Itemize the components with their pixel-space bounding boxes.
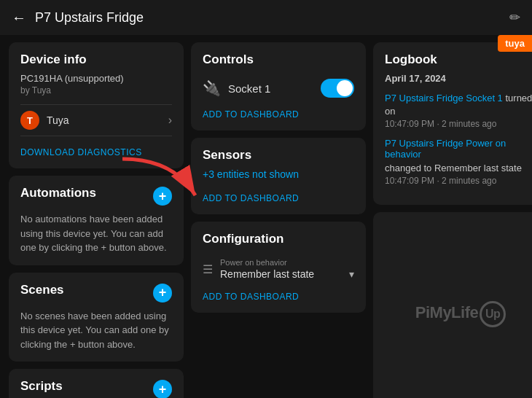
- main-content: Device info PC191HA (unsupported) by Tuy…: [0, 35, 532, 398]
- log-entry-1: P7 Upstairs Fridge Socket 1 turned on 10…: [385, 91, 532, 129]
- pimylife-up-badge: Up: [480, 301, 506, 327]
- plug-icon: 🔌: [203, 79, 221, 97]
- add-script-button[interactable]: +: [153, 380, 172, 398]
- configuration-title: Configuration: [203, 232, 354, 246]
- tuya-row-left: T Tuya: [20, 111, 69, 130]
- controls-title: Controls: [203, 52, 354, 67]
- logbook-card: Logbook April 17, 2024 P7 Upstairs Fridg…: [373, 42, 532, 205]
- scripts-header: Scripts +: [20, 379, 172, 398]
- log-time-1: 10:47:09 PM · 2 minutes ago: [385, 119, 532, 129]
- header-left: ← P7 Upstairs Fridge: [12, 9, 144, 26]
- socket-row: 🔌 Socket 1: [203, 73, 354, 104]
- sensors-title: Sensors: [203, 148, 354, 163]
- log-action-2: changed to Remember last state: [385, 163, 522, 173]
- config-select-wrap: Power on behavior Remember last state ▾: [220, 258, 354, 280]
- configuration-card: Configuration ☰ Power on behavior Rememb…: [191, 222, 366, 313]
- scenes-title: Scenes: [20, 283, 64, 297]
- scenes-header: Scenes +: [20, 283, 172, 303]
- config-power-row: ☰ Power on behavior Remember last state …: [203, 252, 354, 286]
- pimylifeup-text: PiMyLifeUp: [415, 301, 506, 327]
- tuya-integration-label: Tuya: [47, 114, 69, 126]
- page-title: P7 Upstairs Fridge: [35, 10, 144, 26]
- scenes-text: No scenes have been added using this dev…: [20, 309, 172, 352]
- tuya-integration-row[interactable]: T Tuya ›: [20, 104, 172, 136]
- controls-card: Controls 🔌 Socket 1 ADD TO DASHBOARD: [191, 42, 366, 130]
- column-2: Controls 🔌 Socket 1 ADD TO DASHBOARD Sen…: [191, 42, 366, 398]
- logbook-date: April 17, 2024: [385, 73, 532, 84]
- tuya-icon: T: [20, 111, 39, 130]
- pimylifeup-logo-card: PiMyLifeUp: [373, 212, 532, 398]
- scripts-card: Scripts +: [9, 369, 184, 398]
- log-entity-1[interactable]: P7 Upstairs Fridge Socket 1: [385, 93, 503, 104]
- tuya-badge: tuya: [498, 35, 532, 52]
- log-entity-2[interactable]: P7 Upstairs Fridge Power on behavior: [385, 138, 532, 160]
- power-on-behavior-select[interactable]: Remember last state: [220, 268, 345, 280]
- add-scene-button[interactable]: +: [153, 284, 172, 303]
- automations-card: Automations + No automations have been a…: [9, 176, 184, 265]
- sensors-add-dashboard-link[interactable]: ADD TO DASHBOARD: [203, 187, 299, 203]
- log-time-2: 10:47:09 PM · 2 minutes ago: [385, 176, 532, 186]
- app-header: ← P7 Upstairs Fridge ✏: [0, 0, 532, 35]
- socket-left: 🔌 Socket 1: [203, 79, 270, 97]
- scripts-title: Scripts: [20, 379, 63, 394]
- automations-text: No automations have been added using thi…: [20, 212, 172, 255]
- scenes-card: Scenes + No scenes have been added using…: [9, 273, 184, 362]
- edit-button[interactable]: ✏: [509, 9, 520, 26]
- config-list-icon: ☰: [203, 262, 213, 276]
- controls-add-dashboard-link[interactable]: ADD TO DASHBOARD: [203, 104, 299, 120]
- logbook-title: Logbook: [385, 52, 532, 67]
- column-3: Logbook April 17, 2024 P7 Upstairs Fridg…: [373, 42, 532, 398]
- select-chevron-icon: ▾: [349, 268, 354, 280]
- socket-toggle[interactable]: [321, 79, 354, 98]
- column-1: Device info PC191HA (unsupported) by Tuy…: [9, 42, 184, 398]
- sensors-card: Sensors +3 entities not shown ADD TO DAS…: [191, 138, 366, 214]
- device-info-card: Device info PC191HA (unsupported) by Tuy…: [9, 42, 184, 168]
- config-add-dashboard-link[interactable]: ADD TO DASHBOARD: [203, 286, 299, 302]
- socket-label: Socket 1: [228, 82, 270, 95]
- device-by: by Tuya: [20, 85, 172, 95]
- config-select-outer[interactable]: Remember last state ▾: [220, 268, 354, 280]
- add-automation-button[interactable]: +: [153, 187, 172, 206]
- config-field-label: Power on behavior: [220, 258, 354, 267]
- device-info-title: Device info: [20, 52, 172, 67]
- log-entry-2: P7 Upstairs Fridge Power on behavior cha…: [385, 138, 532, 186]
- back-button[interactable]: ←: [12, 9, 26, 26]
- device-model: PC191HA (unsupported): [20, 73, 172, 84]
- download-diagnostics-link[interactable]: DOWNLOAD DIAGNOSTICS: [20, 147, 142, 157]
- automations-title: Automations: [20, 186, 96, 200]
- chevron-right-icon: ›: [168, 114, 172, 127]
- automations-header: Automations +: [20, 186, 172, 206]
- entities-not-shown-link[interactable]: +3 entities not shown: [203, 168, 354, 180]
